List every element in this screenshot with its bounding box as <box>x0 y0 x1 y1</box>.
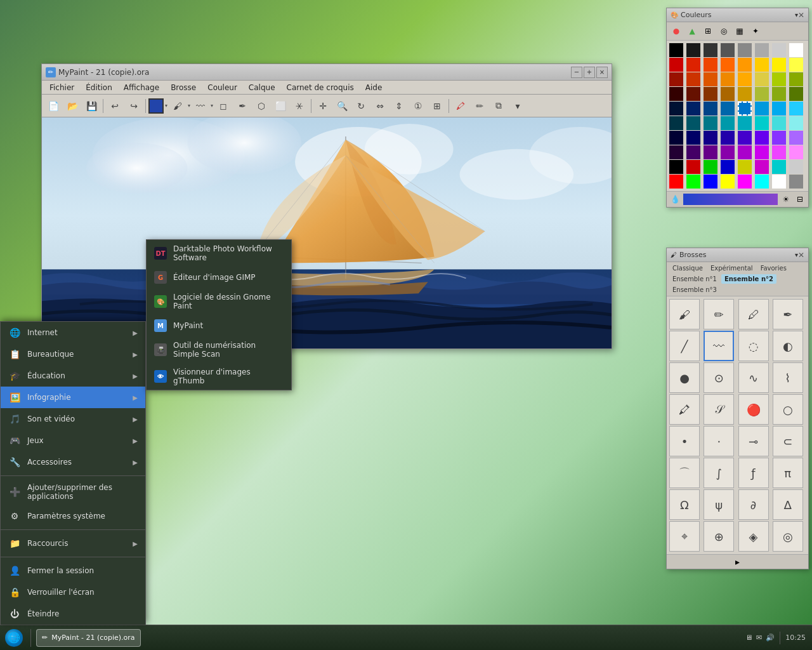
color-cell[interactable] <box>704 145 717 159</box>
color-cell[interactable] <box>686 131 700 145</box>
brush-cell[interactable]: 🖍 <box>669 394 700 425</box>
color-cell[interactable] <box>704 102 717 116</box>
toolbar-brush-settings-arrow[interactable]: ▾ <box>211 103 213 109</box>
brush-cell[interactable]: ∿ <box>738 362 769 393</box>
toolbar-undo[interactable]: ↩ <box>106 97 124 115</box>
color-cell[interactable] <box>686 116 700 130</box>
color-cell[interactable] <box>755 145 769 159</box>
color-cell[interactable] <box>738 43 752 57</box>
brush-tab[interactable]: Ensemble n°1 <box>669 274 720 284</box>
color-cell[interactable] <box>755 58 769 72</box>
color-cell[interactable] <box>772 58 786 72</box>
color-cell[interactable] <box>721 72 735 86</box>
color-cell[interactable] <box>686 87 700 101</box>
brush-tab[interactable]: Ensemble n°2 <box>721 274 776 284</box>
color-cell[interactable] <box>686 43 700 57</box>
brush-tab[interactable]: Favories <box>757 263 790 273</box>
toolbar-color[interactable] <box>148 98 164 114</box>
toolbar-color-picker[interactable]: 🖍 <box>452 97 469 115</box>
brush-cell[interactable]: ⊙ <box>704 362 734 393</box>
current-color-bar[interactable] <box>683 194 778 205</box>
canvas-area[interactable] <box>42 117 612 348</box>
color-cell[interactable] <box>789 58 803 72</box>
network-icon[interactable]: 🖥 <box>745 633 752 642</box>
toolbar-zoom[interactable]: 🔍 <box>333 97 351 115</box>
toolbar-brush[interactable]: 🖌 <box>169 97 187 115</box>
start-menu-item-add-remove[interactable]: ➕Ajouter/supprimer des applications <box>1 479 145 505</box>
brush-cell[interactable]: Ω <box>669 489 700 520</box>
toolbar-save[interactable]: 💾 <box>82 97 100 115</box>
color-cell[interactable] <box>721 145 735 159</box>
color-cell[interactable] <box>755 131 769 145</box>
brush-cell[interactable]: ⊸ <box>738 426 769 456</box>
brush-cell[interactable]: 🖊 <box>738 299 769 329</box>
color-cell[interactable] <box>721 43 735 57</box>
brush-cell[interactable]: ○ <box>773 394 803 425</box>
color-cell[interactable] <box>772 175 786 189</box>
menu-couleur[interactable]: Couleur <box>202 82 242 93</box>
start-menu-item-params[interactable]: ⚙️Paramètres système <box>1 505 145 527</box>
toolbar-num[interactable]: ① <box>409 97 427 115</box>
color-cell[interactable] <box>755 160 769 174</box>
brush-cell[interactable]: 𝒮 <box>704 394 734 425</box>
taskbar-start[interactable]: 🌐 <box>0 629 28 647</box>
color-cell[interactable] <box>772 160 786 174</box>
color-cell[interactable] <box>721 87 735 101</box>
brush-cell[interactable]: ψ <box>704 489 734 520</box>
color-cell[interactable] <box>772 87 786 101</box>
color-cell[interactable] <box>772 102 786 116</box>
color-cell[interactable] <box>704 175 717 189</box>
toolbar-symmetry[interactable]: ⚹ <box>291 97 308 115</box>
brush-cell[interactable]: ⊂ <box>773 426 803 456</box>
color-light-btn[interactable]: ☀ <box>780 194 792 205</box>
brush-cell[interactable]: ● <box>669 362 700 393</box>
color-cell[interactable] <box>738 131 752 145</box>
brush-cell[interactable]: · <box>704 426 734 456</box>
brush-cell[interactable]: • <box>669 426 700 456</box>
toolbar-frame[interactable]: ⬜ <box>272 97 289 115</box>
color-cell[interactable] <box>669 72 683 86</box>
submenu-item-simplescan[interactable]: 📠Outil de numérisation Simple Scan <box>147 336 291 363</box>
color-cell[interactable] <box>789 160 803 174</box>
color-cell[interactable] <box>704 160 717 174</box>
color-star-btn[interactable]: ✦ <box>749 24 763 38</box>
brush-cell[interactable]: ◎ <box>773 521 803 552</box>
color-cell[interactable] <box>772 116 786 130</box>
color-cell[interactable] <box>686 72 700 86</box>
brush-cell[interactable]: ✏ <box>704 299 734 329</box>
toolbar-eraser[interactable]: ◻ <box>214 97 232 115</box>
start-menu-item-raccourcis[interactable]: 📁Raccourcis▶ <box>1 533 145 554</box>
color-cell[interactable] <box>789 175 803 189</box>
toolbar-ink[interactable]: ✒ <box>233 97 251 115</box>
brush-cell[interactable]: ✒ <box>773 299 803 329</box>
start-menu-item-accessoires[interactable]: 🔧Accessoires▶ <box>1 451 145 473</box>
color-cell[interactable] <box>772 72 786 86</box>
start-menu-item-education[interactable]: 🎓Éducation▶ <box>1 365 145 387</box>
toolbar-rotate[interactable]: ↻ <box>352 97 370 115</box>
color-cell[interactable] <box>704 116 717 130</box>
color-cell[interactable] <box>755 72 769 86</box>
color-cell[interactable] <box>738 72 752 86</box>
brush-cell[interactable]: ◐ <box>773 331 803 361</box>
submenu-item-gimp[interactable]: GÉditeur d'image GIMP <box>147 267 291 288</box>
color-cell[interactable] <box>789 116 803 130</box>
menu-affichage[interactable]: Affichage <box>119 82 164 93</box>
start-menu-item-bureautique[interactable]: 📋Bureautique▶ <box>1 343 145 365</box>
menu-fichier[interactable]: Fichier <box>44 82 79 93</box>
brush-cell[interactable]: ⌇ <box>773 362 803 393</box>
brush-cell[interactable]: ƒ <box>738 458 769 488</box>
color-cell[interactable] <box>721 58 735 72</box>
color-cell[interactable] <box>669 175 683 189</box>
menu-brosse[interactable]: Brosse <box>166 82 201 93</box>
color-triangle-btn[interactable]: ▲ <box>685 24 699 38</box>
color-cell[interactable] <box>669 102 683 116</box>
submenu-item-darktable[interactable]: DTDarktable Photo Workflow Software <box>147 240 291 267</box>
color-cell[interactable] <box>789 43 803 57</box>
color-cell[interactable] <box>669 160 683 174</box>
brushes-expand-btn[interactable]: ▸ <box>735 557 740 567</box>
menu-carnet[interactable]: Carnet de croquis <box>282 82 359 93</box>
start-menu-item-internet[interactable]: 🌐Internet▶ <box>1 322 145 343</box>
brush-cell[interactable]: 🔴 <box>738 394 769 425</box>
color-cell[interactable] <box>789 72 803 86</box>
close-button[interactable]: × <box>596 67 608 78</box>
